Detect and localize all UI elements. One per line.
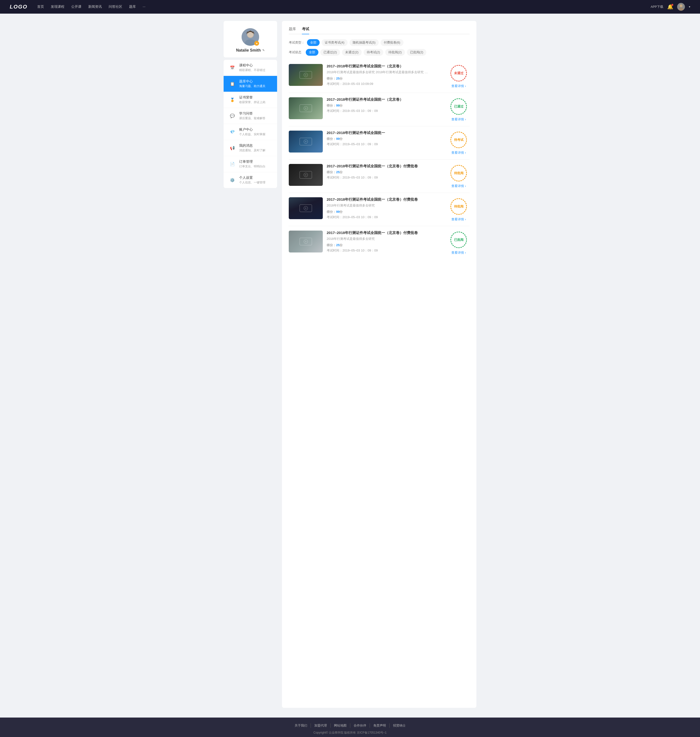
exam-detail-link-exam-2[interactable]: 查看详情 › xyxy=(451,117,466,122)
nav-link-发现课程[interactable]: 发现课程 xyxy=(51,4,65,9)
exam-type-filter-随机抽题考试(5)[interactable]: 随机抽题考试(5) xyxy=(350,39,379,46)
exam-score-exam-2: 得分：99分 xyxy=(326,103,444,108)
chevron-down-icon[interactable]: ▾ xyxy=(689,5,690,9)
menu-icon-account: 💎 xyxy=(228,128,236,136)
exam-status-stamp-exam-6: 已批阅 xyxy=(450,231,467,248)
exam-thumbnail-exam-2 xyxy=(289,97,323,119)
menu-label-question-bank: 题库中心 xyxy=(239,79,272,84)
exam-detail-link-exam-6[interactable]: 查看详情 › xyxy=(451,251,466,255)
footer-link-加盟代理[interactable]: 加盟代理 xyxy=(311,724,331,728)
nav-link-···[interactable]: ··· xyxy=(143,4,146,9)
sidebar-item-account[interactable]: 💎 账户中心 个人权益、实时掌握 xyxy=(224,124,277,140)
menu-desc-course-center: 精彩课程、不容错过 xyxy=(239,68,272,72)
sidebar-profile: ★ Natalie Smith ✎ xyxy=(224,21,277,57)
avatar[interactable] xyxy=(677,3,685,11)
menu-label-account: 账户中心 xyxy=(239,127,272,132)
exam-item-exam-6: 2017–2018年行测证件考试全国统一（北京卷）付费批卷 2018年行测考试是… xyxy=(289,226,469,259)
exam-detail-link-exam-3[interactable]: 查看详情 › xyxy=(451,150,466,155)
thumb-decoration xyxy=(299,170,313,180)
nav-link-新闻资讯[interactable]: 新闻资讯 xyxy=(88,4,102,9)
sidebar-item-qa[interactable]: 💬 学习问答 课后重温、疑难解答 xyxy=(224,108,277,124)
content-panel: 题库考试 考试类型： 全部证书类考试(4)随机抽题考试(5)付费批卷(6) 考试… xyxy=(282,21,476,708)
menu-label-orders: 订单管理 xyxy=(239,159,272,164)
exam-title-exam-6: 2017–2018年行测证件考试全国统一（北京卷）付费批卷 xyxy=(326,231,444,235)
menu-icon-messages: 📢 xyxy=(228,144,236,152)
sidebar-item-question-bank[interactable]: 📋 题库中心 海量习题、助力通关 xyxy=(224,76,277,92)
exam-detail-link-exam-5[interactable]: 查看详情 › xyxy=(451,217,466,222)
footer-link-关于我们[interactable]: 关于我们 xyxy=(291,724,311,728)
exam-type-filter-付费批卷(6)[interactable]: 付费批卷(6) xyxy=(381,39,403,46)
exam-type-filters: 全部证书类考试(4)随机抽题考试(5)付费批卷(6) xyxy=(307,39,403,46)
notification-dot xyxy=(671,4,673,6)
nav-link-公开课[interactable]: 公开课 xyxy=(71,4,81,9)
exam-thumbnail-exam-6 xyxy=(289,231,323,252)
menu-icon-qa: 💬 xyxy=(228,112,236,120)
footer-link-招贤纳士[interactable]: 招贤纳士 xyxy=(390,724,409,728)
exam-type-filter-证书类考试(4)[interactable]: 证书类考试(4) xyxy=(322,39,347,46)
exam-desc: 2018年行测考试是最值得多去研究 xyxy=(326,203,429,208)
exam-score-exam-4: 得分：25分 xyxy=(326,170,444,174)
sidebar-item-settings[interactable]: ⚙️ 个人设置 个人信息、一键管理 xyxy=(224,172,277,188)
menu-label-messages: 我的消息 xyxy=(239,143,272,148)
footer-copyright: Copyright© 云朵商学院 版权所有 京ICP备17051340号–1 xyxy=(5,731,695,735)
exam-title-exam-1: 2017–2018年行测证件考试全国统一（北京卷） xyxy=(326,64,444,69)
nav-links: 首页发现课程公开课新闻资讯问答社区题库··· xyxy=(37,4,651,9)
sidebar-item-course-center[interactable]: 📅 课程中心 精彩课程、不容错过 xyxy=(224,60,277,76)
menu-icon-course-center: 📅 xyxy=(228,64,236,72)
exam-detail-link-exam-4[interactable]: 查看详情 › xyxy=(451,184,466,188)
thumb-decoration xyxy=(299,70,313,80)
sidebar-item-messages[interactable]: 📢 我的消息 消息通知、及时了解 xyxy=(224,140,277,156)
exam-status-filter-待考试(2)[interactable]: 待考试(2) xyxy=(363,49,383,56)
menu-icon-settings: ⚙️ xyxy=(228,176,236,184)
nav-link-题库[interactable]: 题库 xyxy=(129,4,136,9)
exam-item-exam-4: 2017–2018年行测证件考试全国统一（北京卷）付费批卷 得分：25分 考试时… xyxy=(289,159,469,193)
footer-link-免责声明[interactable]: 免责声明 xyxy=(370,724,390,728)
exam-item-exam-5: 2017–2018年行测证件考试全国统一（北京卷）付费批卷 2018年行测考试是… xyxy=(289,193,469,226)
navbar: LOGO 首页发现课程公开课新闻资讯问答社区题库··· APP下载 🔔 ▾ xyxy=(0,0,700,13)
exam-desc: 2018年行测考试是最值得多去研究 xyxy=(326,237,429,241)
exam-status-stamp-exam-1: 未通过 xyxy=(450,65,467,81)
exam-status-filter-全部[interactable]: 全部 xyxy=(306,49,318,56)
exam-status-filter-已通过(2)[interactable]: 已通过(2) xyxy=(321,49,340,56)
tab-题库[interactable]: 题库 xyxy=(289,27,296,34)
exam-status-filter-row: 考试状态 全部已通过(2)未通过(2)待考试(2)待批阅(2)已批阅(2) xyxy=(289,49,469,56)
exam-type-label: 考试类型： xyxy=(289,40,304,45)
menu-desc-messages: 消息通知、及时了解 xyxy=(239,148,272,152)
exam-time-exam-1: 考试时间：2019–05–03 10:09:09 xyxy=(326,82,444,86)
menu-icon-orders: 📄 xyxy=(228,160,236,168)
exam-item-exam-1: 2017–2018年行测证件考试全国统一（北京卷） 2018年行测考试是最值得多… xyxy=(289,60,469,93)
menu-desc-certificate: 收获荣誉、持证上岗 xyxy=(239,100,272,104)
sidebar-menu: 📅 课程中心 精彩课程、不容错过 📋 题库中心 海量习题、助力通关 🏅 证书荣誉… xyxy=(224,60,277,188)
footer-link-网站地图[interactable]: 网站地图 xyxy=(331,724,350,728)
nav-link-首页[interactable]: 首页 xyxy=(37,4,44,9)
exam-status-filter-未通过(2)[interactable]: 未通过(2) xyxy=(342,49,362,56)
exam-status-filter-待批阅(2)[interactable]: 待批阅(2) xyxy=(385,49,405,56)
exam-detail-link-exam-1[interactable]: 查看详情 › xyxy=(451,84,466,88)
edit-icon[interactable]: ✎ xyxy=(262,49,265,52)
app-download-button[interactable]: APP下载 xyxy=(651,4,663,9)
footer: 关于我们加盟代理网站地图合作伙伴免责声明招贤纳士 Copyright© 云朵商学… xyxy=(0,718,700,737)
menu-desc-account: 个人权益、实时掌握 xyxy=(239,132,272,136)
exam-type-filter-全部[interactable]: 全部 xyxy=(307,39,320,46)
notification-bell[interactable]: 🔔 xyxy=(667,4,673,10)
exam-time-exam-2: 考试时间：2019–05–03 10：09：09 xyxy=(326,109,444,113)
sidebar: ★ Natalie Smith ✎ 📅 课程中心 精彩课程、不容错过 📋 题库中… xyxy=(224,21,277,708)
navbar-right: APP下载 🔔 ▾ xyxy=(651,3,690,11)
tab-考试[interactable]: 考试 xyxy=(302,27,309,34)
sidebar-item-orders[interactable]: 📄 订单管理 订单支出、明明白白 xyxy=(224,156,277,172)
menu-icon-certificate: 🏅 xyxy=(228,96,236,104)
exam-status-filter-已批阅(2)[interactable]: 已批阅(2) xyxy=(407,49,426,56)
menu-desc-question-bank: 海量习题、助力通关 xyxy=(239,84,272,88)
footer-links: 关于我们加盟代理网站地图合作伙伴免责声明招贤纳士 xyxy=(5,724,695,728)
footer-link-合作伙伴[interactable]: 合作伙伴 xyxy=(350,724,370,728)
sidebar-item-certificate[interactable]: 🏅 证书荣誉 收获荣誉、持证上岗 xyxy=(224,92,277,108)
exam-score-exam-3: 得分：99分 xyxy=(326,137,444,141)
exam-list: 2017–2018年行测证件考试全国统一（北京卷） 2018年行测考试是最值得多… xyxy=(289,60,469,259)
exam-item-exam-2: 2017–2018年行测证件考试全国统一（北京卷） 得分：99分 考试时间：20… xyxy=(289,93,469,126)
exam-thumbnail-exam-1 xyxy=(289,64,323,86)
svg-marker-11 xyxy=(305,107,307,109)
menu-label-qa: 学习问答 xyxy=(239,111,272,116)
nav-link-问答社区[interactable]: 问答社区 xyxy=(109,4,122,9)
menu-label-certificate: 证书荣誉 xyxy=(239,95,272,100)
exam-status-label: 考试状态 xyxy=(289,50,303,55)
